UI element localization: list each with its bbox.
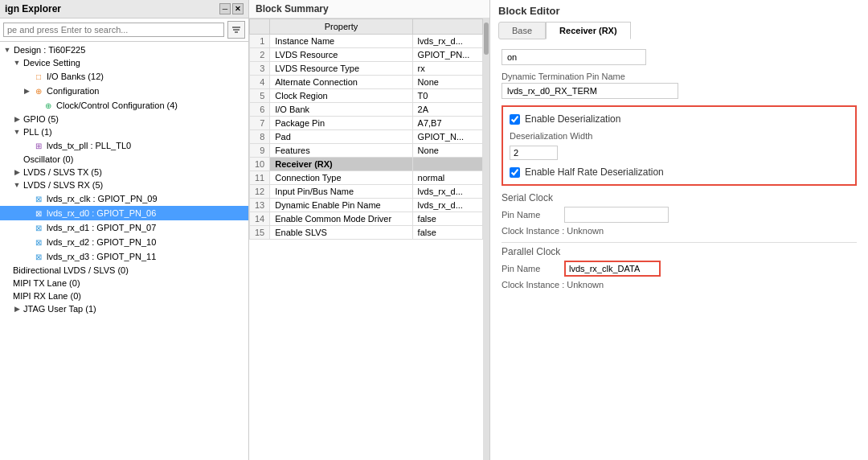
close-icon[interactable]: ✕ [232, 3, 244, 14]
table-row[interactable]: 1Instance Namelvds_rx_d... [250, 35, 483, 48]
lvds-d1-icon: ⊠ [33, 222, 44, 233]
expand-icon: ▼ [3, 46, 11, 54]
tree-item-clock-control[interactable]: ⊕ Clock/Control Configuration (4) [0, 98, 248, 113]
table-row[interactable]: 4Alternate ConnectionNone [250, 76, 483, 89]
expand-icon: ▼ [13, 128, 21, 136]
serial-pin-name-input[interactable] [564, 207, 669, 223]
tree-item-oscillator[interactable]: Oscillator (0) [0, 153, 248, 166]
table-row[interactable]: 5Clock RegionT0 [250, 89, 483, 103]
expand-icon [23, 142, 31, 150]
table-wrapper: Property 1Instance Namelvds_rx_d...2LVDS… [249, 18, 489, 460]
table-row[interactable]: 10Receiver (RX) [250, 158, 483, 171]
scroll-indicator[interactable] [483, 18, 489, 460]
tree-label-device-setting: Device Setting [23, 58, 80, 68]
enable-deserialization-label: Enable Deserialization [525, 113, 620, 125]
table-row[interactable]: 8PadGPIOT_N... [250, 130, 483, 144]
table-row[interactable]: 11Connection Typenormal [250, 171, 483, 185]
parallel-pin-name-input[interactable] [564, 261, 661, 277]
tree-item-design[interactable]: ▼ Design : Ti60F225 [0, 43, 248, 56]
table-row-property[interactable]: Alternate Connection [270, 76, 412, 89]
table-row-num: 7 [250, 117, 270, 130]
table-row-property[interactable]: Enable Common Mode Driver [270, 212, 412, 226]
tab-receiver[interactable]: Receiver (RX) [546, 22, 631, 39]
enable-deserialization-row: Enable Deserialization [510, 113, 849, 125]
parallel-clock-header: Parallel Clock [502, 246, 857, 257]
on-input[interactable] [502, 49, 646, 65]
highlighted-section: Enable Deserialization Deserialization W… [502, 105, 857, 186]
tree-item-mipi-rx[interactable]: MIPI RX Lane (0) [0, 290, 248, 302]
tree-item-io-banks[interactable]: □ I/O Banks (12) [0, 69, 248, 84]
search-input[interactable] [3, 23, 224, 37]
parallel-pin-name-label: Pin Name [502, 264, 558, 273]
tree-item-configuration[interactable]: ▶ ⊕ Configuration [0, 84, 248, 98]
table-row-property[interactable]: Instance Name [270, 35, 412, 48]
table-row-num: 5 [250, 89, 270, 103]
tree-content: ▼ Design : Ti60F225 ▼ Device Setting □ I… [0, 42, 248, 460]
table-row[interactable]: 15Enable SLVSfalse [250, 226, 483, 240]
parallel-clock-section: Parallel Clock Pin Name Clock Instance :… [502, 246, 857, 290]
filter-button[interactable] [227, 21, 245, 39]
tree-label-lvds-rx-d3: lvds_rx_d3 : GPIOT_PN_11 [47, 252, 156, 261]
table-row[interactable]: 6I/O Bank2A [250, 103, 483, 117]
divider [502, 242, 857, 243]
table-row-property[interactable]: Pad [270, 130, 412, 144]
lvds-d0-icon: ⊠ [33, 207, 44, 219]
table-row[interactable]: 13Dynamic Enable Pin Namelvds_rx_d... [250, 199, 483, 212]
table-row-property[interactable]: Dynamic Enable Pin Name [270, 199, 412, 212]
table-row-property[interactable]: I/O Bank [270, 103, 412, 117]
table-row-property[interactable]: Enable SLVS [270, 226, 412, 240]
design-explorer-panel: ign Explorer ─ ✕ ▼ Design : Ti60F225 [0, 0, 249, 460]
tree-label-mipi-rx: MIPI RX Lane (0) [13, 291, 81, 301]
block-editor-panel: Block Editor Base Receiver (RX) Dynamic … [490, 0, 868, 460]
tree-item-lvds-rx-d2[interactable]: ⊠ lvds_rx_d2 : GPIOT_PN_10 [0, 235, 248, 249]
table-row-property[interactable]: Package Pin [270, 117, 412, 130]
table-row[interactable]: 12Input Pin/Bus Namelvds_rx_d... [250, 185, 483, 199]
tree-label-lvds-tx-pll: lvds_tx_pll : PLL_TL0 [47, 141, 131, 150]
table-row-value: lvds_rx_d... [412, 185, 482, 199]
table-row-num: 6 [250, 103, 270, 117]
table-row-property[interactable]: Connection Type [270, 171, 412, 185]
tree-item-device-setting[interactable]: ▼ Device Setting [0, 56, 248, 69]
enable-half-rate-checkbox[interactable] [510, 167, 520, 178]
tree-item-lvds-rx-clk[interactable]: ⊠ lvds_rx_clk : GPIOT_PN_09 [0, 191, 248, 206]
tree-label-lvds-rx-d1: lvds_rx_d1 : GPIOT_PN_07 [47, 223, 156, 232]
table-row[interactable]: 9FeaturesNone [250, 144, 483, 158]
table-row-num: 3 [250, 62, 270, 76]
minimize-icon[interactable]: ─ [219, 3, 231, 14]
table-row-property[interactable]: LVDS Resource [270, 48, 412, 62]
tree-item-lvds-rx-d3[interactable]: ⊠ lvds_rx_d3 : GPIOT_PN_11 [0, 249, 248, 264]
table-row[interactable]: 2LVDS ResourceGPIOT_PN... [250, 48, 483, 62]
tree-item-bidir[interactable]: Bidirectional LVDS / SLVS (0) [0, 264, 248, 277]
table-row-property[interactable]: Input Pin/Bus Name [270, 185, 412, 199]
table-row-property[interactable]: Receiver (RX) [270, 158, 412, 171]
tab-base[interactable]: Base [498, 22, 546, 39]
table-row[interactable]: 7Package PinA7,B7 [250, 117, 483, 130]
expand-icon: ▶ [13, 115, 21, 123]
tree-item-lvds-rx-d0[interactable]: ⊠ lvds_rx_d0 : GPIOT_PN_06 [0, 206, 248, 220]
tree-item-gpio[interactable]: ▶ GPIO (5) [0, 113, 248, 125]
expand-icon [13, 155, 21, 163]
tree-item-lvds-tx-pll[interactable]: ⊞ lvds_tx_pll : PLL_TL0 [0, 138, 248, 153]
enable-half-rate-label: Enable Half Rate Deserialization [525, 166, 664, 178]
col-value-header [412, 19, 482, 35]
table-row[interactable]: 3LVDS Resource Typerx [250, 62, 483, 76]
tree-item-lvds-slvs-tx[interactable]: ▶ LVDS / SLVS TX (5) [0, 166, 248, 179]
lvds-d2-icon: ⊠ [33, 236, 44, 248]
enable-deserialization-checkbox[interactable] [510, 114, 520, 125]
table-row-property[interactable]: Clock Region [270, 89, 412, 103]
expand-icon [32, 101, 40, 109]
tree-item-mipi-tx[interactable]: MIPI TX Lane (0) [0, 277, 248, 290]
tree-item-jtag[interactable]: ▶ JTAG User Tap (1) [0, 302, 248, 315]
filter-icon [231, 24, 242, 35]
serial-clock-section: Serial Clock Pin Name Clock Instance : U… [502, 192, 857, 236]
table-row-property[interactable]: Features [270, 144, 412, 158]
tree-label-io-banks: I/O Banks (12) [47, 72, 104, 81]
tree-label-lvds-slvs-tx: LVDS / SLVS TX (5) [23, 167, 102, 177]
tree-item-lvds-rx-d1[interactable]: ⊠ lvds_rx_d1 : GPIOT_PN_07 [0, 220, 248, 235]
deser-width-input[interactable] [510, 146, 558, 160]
dynamic-term-input[interactable] [502, 83, 678, 99]
table-row-property[interactable]: LVDS Resource Type [270, 62, 412, 76]
tree-item-lvds-slvs-rx[interactable]: ▼ LVDS / SLVS RX (5) [0, 179, 248, 191]
table-row[interactable]: 14Enable Common Mode Driverfalse [250, 212, 483, 226]
tree-item-pll[interactable]: ▼ PLL (1) [0, 125, 248, 138]
